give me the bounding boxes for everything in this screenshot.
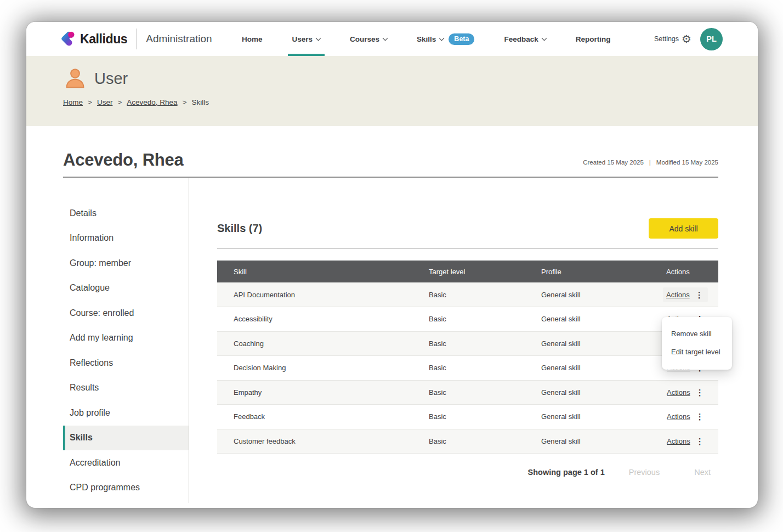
brand-name[interactable]: Kallidus: [80, 32, 127, 47]
next-page-button[interactable]: Next: [694, 468, 711, 477]
actions-link[interactable]: Actions: [667, 437, 690, 445]
kebab-menu-icon[interactable]: ⋮: [695, 291, 703, 299]
context-menu-item[interactable]: Remove skill: [662, 325, 732, 343]
sidebar-item[interactable]: Course: enrolled: [63, 301, 189, 326]
actions-link[interactable]: Actions: [667, 412, 690, 421]
target-level-cell: Basic: [428, 307, 541, 332]
beta-badge: Beta: [449, 33, 474, 45]
breadcrumb: Home > User > Acevedo, Rhea > Skills >: [63, 98, 758, 106]
nav-item[interactable]: Skills Beta: [412, 22, 479, 56]
kallidus-logo-icon[interactable]: [60, 31, 75, 47]
kebab-menu-icon[interactable]: ⋮: [696, 412, 704, 421]
sidebar-item-label: Catalogue: [70, 283, 110, 293]
table-row: Decision Making Basic General skill Acti…: [217, 356, 718, 381]
sidebar-item[interactable]: Results: [63, 376, 189, 401]
breadcrumb-item: Home >: [63, 98, 97, 106]
chevron-down-icon: [439, 35, 445, 41]
nav-item-label: Skills: [417, 35, 436, 43]
sidebar-item[interactable]: Add my learning: [63, 326, 189, 351]
page-header: User Home > User > Acevedo, Rhea >: [26, 56, 758, 126]
settings-label: Settings: [654, 35, 679, 43]
breadcrumb-link[interactable]: Home: [63, 98, 83, 106]
nav-item[interactable]: Home: [237, 22, 267, 56]
content: Acevedo, Rhea Created 15 May 2025 | Modi…: [26, 151, 758, 503]
profile-cell: General skill: [541, 380, 666, 405]
nav-item[interactable]: Users: [288, 22, 325, 56]
body-row: Details Information Group: member Catalo…: [63, 178, 718, 503]
skill-name-cell: Empathy: [217, 380, 428, 405]
breadcrumb-separator: >: [88, 98, 92, 106]
table-row: Empathy Basic General skill Actions ⋮: [217, 380, 718, 405]
nav-right: Settings ⚙ PL: [654, 22, 723, 56]
sidebar-item[interactable]: CPD programmes: [63, 476, 189, 501]
actions-context-menu: Remove skill Edit target level: [662, 317, 732, 370]
previous-page-button[interactable]: Previous: [629, 468, 660, 477]
table-row: Accessibility Basic General skill Action…: [217, 307, 718, 332]
top-navbar: Kallidus Administration Home Users: [26, 22, 758, 56]
actions-control: Actions ⋮: [663, 287, 708, 302]
kebab-menu-icon[interactable]: ⋮: [696, 388, 704, 397]
actions-cell: Actions ⋮: [666, 282, 718, 307]
chevron-down-icon: [316, 35, 321, 41]
meta-separator: |: [649, 159, 651, 166]
avatar[interactable]: PL: [700, 28, 723, 50]
sidebar-item-label: Details: [70, 208, 97, 218]
sidebar-item-label: Accreditation: [70, 458, 121, 468]
sidebar-item-label: Reflections: [70, 358, 113, 368]
profile-cell: General skill: [541, 356, 666, 381]
sidebar-item[interactable]: Information: [63, 226, 189, 251]
sidebar-item[interactable]: Details: [63, 201, 189, 226]
skills-table: Skill Target level Profile Actions API D…: [217, 261, 718, 454]
breadcrumb-link[interactable]: Acevedo, Rhea: [127, 98, 177, 106]
table-row: API Documentation Basic General skill Ac…: [217, 282, 718, 307]
gear-icon[interactable]: ⚙: [682, 33, 691, 44]
table-row: Customer feedback Basic General skill Ac…: [217, 429, 718, 454]
breadcrumb-link[interactable]: Skills: [192, 98, 209, 106]
skills-panel: Skills (7) Add skill Skill Target level …: [217, 178, 718, 503]
breadcrumb-separator: >: [117, 98, 122, 106]
sidebar-item-label: Information: [70, 233, 114, 243]
profile-cell: General skill: [541, 429, 666, 454]
context-menu-item[interactable]: Edit target level: [662, 343, 732, 361]
actions-link[interactable]: Actions: [667, 388, 690, 397]
pagination-status: Showing page 1 of 1: [528, 468, 605, 477]
nav-item[interactable]: Reporting: [571, 22, 615, 56]
nav-item-label: Reporting: [576, 35, 611, 43]
profile-cell: General skill: [541, 331, 666, 356]
breadcrumb-link[interactable]: User: [97, 98, 113, 106]
actions-cell: Actions ⋮: [666, 380, 718, 405]
add-skill-button[interactable]: Add skill: [649, 218, 718, 239]
target-level-cell: Basic: [428, 282, 541, 307]
table-row: Coaching Basic General skill Actions ⋮: [217, 331, 718, 356]
nav-item[interactable]: Courses: [345, 22, 392, 56]
target-level-cell: Basic: [428, 405, 541, 429]
brand: Kallidus Administration: [60, 22, 212, 56]
column-header-profile: Profile: [541, 261, 666, 282]
sidebar-item[interactable]: Accreditation: [63, 450, 189, 476]
main-nav: Home Users Courses Skills: [237, 22, 615, 56]
section-title-row: User: [63, 66, 758, 91]
section-title: User: [94, 70, 128, 88]
sidebar-item[interactable]: Catalogue: [63, 276, 189, 301]
sidebar-item-label: Results: [70, 383, 99, 393]
product-name: Administration: [146, 33, 212, 45]
nav-item-label: Home: [242, 35, 263, 43]
sidebar-item[interactable]: Job profile: [63, 400, 189, 426]
actions-control: Actions ⋮: [666, 434, 708, 449]
sidebar-item-label: Skills: [70, 433, 93, 443]
target-level-cell: Basic: [428, 331, 541, 356]
sidebar-item[interactable]: Group: member: [63, 251, 189, 276]
sidebar-item[interactable]: Skills: [63, 426, 189, 451]
nav-item-label: Feedback: [504, 35, 538, 43]
skill-name-cell: Accessibility: [217, 307, 428, 332]
nav-item-label: Courses: [350, 35, 379, 43]
sidebar-item[interactable]: Reflections: [63, 350, 189, 376]
target-level-cell: Basic: [428, 356, 541, 381]
settings-button[interactable]: Settings ⚙: [654, 33, 691, 44]
nav-item[interactable]: Feedback: [500, 22, 550, 56]
sidebar-item-label: Job profile: [70, 408, 110, 418]
kebab-menu-icon[interactable]: ⋮: [696, 437, 704, 445]
actions-link[interactable]: Actions: [666, 291, 690, 299]
nav-item-label: Users: [292, 35, 313, 43]
app-window: Kallidus Administration Home Users: [26, 22, 758, 508]
